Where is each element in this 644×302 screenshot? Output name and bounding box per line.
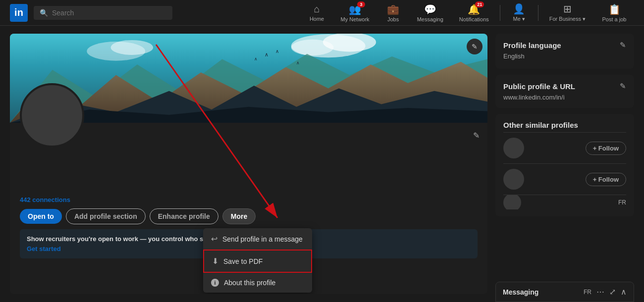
nav-network[interactable]: 👥3 My Network xyxy=(334,0,376,25)
follow-button-1[interactable]: + Follow xyxy=(586,142,626,155)
search-icon: 🔍 xyxy=(40,9,48,17)
svg-text:∧: ∧ xyxy=(265,51,268,57)
nav-messaging-label: Messaging xyxy=(417,16,443,22)
nav-notifications[interactable]: 🔔21 Notifications xyxy=(452,0,496,25)
nav-notifications-label: Notifications xyxy=(459,16,489,22)
nav-home-label: Home xyxy=(310,16,324,22)
nav-for-business[interactable]: ⊞ For Business ▾ xyxy=(542,0,592,25)
send-profile-item[interactable]: ↩ Send profile in a message xyxy=(203,228,312,250)
public-profile-header: Public profile & URL ✎ xyxy=(503,82,626,91)
messaging-bar-actions: FR ⋯ ⤢ ∧ xyxy=(584,287,627,297)
save-pdf-icon: ⬇ xyxy=(212,256,218,266)
network-icon: 👥3 xyxy=(349,3,361,15)
similar-profiles-card: Other similar profiles + Follow + Follow… xyxy=(495,114,634,216)
about-profile-item[interactable]: i About this profile xyxy=(203,273,312,293)
profile-language-edit-icon[interactable]: ✎ xyxy=(620,41,626,50)
profile-buttons-row: Open to Add profile section Enhance prof… xyxy=(10,203,487,229)
similar-profiles-header: Other similar profiles xyxy=(503,121,626,129)
navbar: in 🔍 ⌂ Home 👥3 My Network 💼 Jobs 💬 Messa… xyxy=(0,0,644,26)
right-sidebar: Profile language ✎ English Public profil… xyxy=(495,34,634,294)
profile-avatar xyxy=(20,83,84,148)
public-profile-url: www.linkedin.com/in/i xyxy=(503,94,626,101)
public-profile-edit-icon[interactable]: ✎ xyxy=(620,82,626,91)
notifications-badge: 21 xyxy=(475,1,484,7)
svg-text:∧: ∧ xyxy=(296,60,300,65)
nav-me-label: Me ▾ xyxy=(513,16,525,22)
similar-profile-name-3: FR xyxy=(618,199,626,206)
messaging-new-window-icon[interactable]: ⤢ xyxy=(609,287,616,297)
about-profile-label: About this profile xyxy=(224,279,275,287)
enhance-profile-button[interactable]: Enhance profile xyxy=(150,208,218,224)
home-icon: ⌂ xyxy=(314,3,320,15)
svg-text:∧: ∧ xyxy=(275,49,279,54)
similar-profile-3: FR xyxy=(503,195,626,209)
open-to-button[interactable]: Open to xyxy=(20,209,62,224)
notifications-icon: 🔔21 xyxy=(468,3,480,15)
nav-home[interactable]: ⌂ Home xyxy=(302,0,332,25)
add-profile-section-button[interactable]: Add profile section xyxy=(66,208,146,224)
profile-info-area: ✎ xyxy=(10,123,487,162)
svg-text:∧: ∧ xyxy=(254,56,258,61)
more-dropdown-menu: ↩ Send profile in a message ⬇ Save to PD… xyxy=(203,228,312,293)
connections-count: 442 connections xyxy=(10,192,487,203)
messaging-name: FR xyxy=(584,289,591,296)
network-badge: 3 xyxy=(357,1,365,7)
send-profile-label: Send profile in a message xyxy=(222,235,303,243)
follow-button-2[interactable]: + Follow xyxy=(586,173,626,186)
profile-language-header: Profile language ✎ xyxy=(503,41,626,50)
profile-language-value: English xyxy=(503,52,626,60)
nav-post-job[interactable]: 📋 Post a job xyxy=(594,0,634,25)
nav-for-business-label: For Business ▾ xyxy=(549,16,586,22)
open-to-work-message: Show recruiters you're open to work — yo… xyxy=(27,235,229,243)
svg-point-3 xyxy=(291,40,334,55)
messaging-options-icon[interactable]: ⋯ xyxy=(596,287,604,297)
me-icon: 👤 xyxy=(513,3,525,15)
jobs-icon: 💼 xyxy=(387,3,399,15)
profile-info-edit-icon[interactable]: ✎ xyxy=(473,131,480,140)
search-bar[interactable]: 🔍 xyxy=(34,6,172,20)
save-pdf-item[interactable]: ⬇ Save to PDF xyxy=(203,250,312,273)
post-job-icon: 📋 xyxy=(608,3,621,15)
profile-card: ∧ ∧ ∧ ∧ ✎ ✎ 442 connections Open to Add … xyxy=(10,34,487,294)
get-started-link[interactable]: Get started xyxy=(27,245,61,252)
more-button[interactable]: More xyxy=(222,208,256,224)
nav-messaging[interactable]: 💬 Messaging xyxy=(410,0,450,25)
similar-profile-1: + Follow xyxy=(503,132,626,163)
nav-network-label: My Network xyxy=(341,16,370,22)
similar-profiles-title: Other similar profiles xyxy=(503,121,578,129)
public-profile-card: Public profile & URL ✎ www.linkedin.com/… xyxy=(495,75,634,108)
nav-divider-1 xyxy=(500,5,500,21)
similar-profile-2: + Follow xyxy=(503,163,626,195)
nav-jobs[interactable]: 💼 Jobs xyxy=(378,0,408,25)
messaging-bar: Messaging FR ⋯ ⤢ ∧ xyxy=(495,282,634,302)
nav-post-job-label: Post a job xyxy=(602,16,627,22)
nav-me[interactable]: 👤 Me ▾ xyxy=(504,0,534,25)
profile-language-card: Profile language ✎ English xyxy=(495,34,634,69)
banner-edit-button[interactable]: ✎ xyxy=(467,39,483,54)
nav-items: ⌂ Home 👥3 My Network 💼 Jobs 💬 Messaging … xyxy=(302,0,634,25)
nav-jobs-label: Jobs xyxy=(387,16,399,22)
about-profile-icon: i xyxy=(211,279,219,287)
nav-divider-2 xyxy=(538,5,538,21)
linkedin-logo[interactable]: in xyxy=(10,4,28,22)
send-profile-icon: ↩ xyxy=(211,234,217,244)
save-pdf-label: Save to PDF xyxy=(223,257,263,265)
similar-profile-avatar-3 xyxy=(503,195,521,209)
public-profile-title: Public profile & URL xyxy=(503,82,575,91)
messaging-chevron-icon[interactable]: ∧ xyxy=(621,287,627,297)
messaging-icon: 💬 xyxy=(424,3,436,15)
svg-point-5 xyxy=(111,40,154,55)
messaging-bar-title: Messaging xyxy=(503,288,538,296)
similar-profile-avatar-2 xyxy=(503,169,524,190)
search-input[interactable] xyxy=(52,9,166,17)
profile-language-title: Profile language xyxy=(503,41,561,50)
for-business-icon: ⊞ xyxy=(563,3,572,15)
main-layout: ∧ ∧ ∧ ∧ ✎ ✎ 442 connections Open to Add … xyxy=(0,26,644,302)
similar-profile-avatar-1 xyxy=(503,138,524,158)
